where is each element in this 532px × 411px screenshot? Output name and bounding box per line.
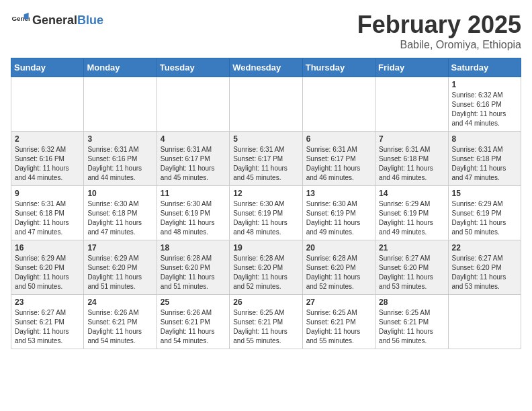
day-info: Sunrise: 6:32 AM Sunset: 6:16 PM Dayligh… [452,91,517,128]
day-number: 6 [306,134,371,144]
day-number: 10 [87,189,152,198]
calendar-cell: 7Sunrise: 6:31 AM Sunset: 6:18 PM Daylig… [375,132,448,186]
calendar-cell [11,77,84,132]
calendar-cell: 20Sunrise: 6:28 AM Sunset: 6:20 PM Dayli… [302,240,375,295]
calendar-cell: 17Sunrise: 6:29 AM Sunset: 6:20 PM Dayli… [84,240,157,295]
day-info: Sunrise: 6:29 AM Sunset: 6:20 PM Dayligh… [87,254,152,291]
calendar-cell: 21Sunrise: 6:27 AM Sunset: 6:20 PM Dayli… [375,240,448,295]
day-number: 4 [161,134,226,144]
calendar-week-row: 2Sunrise: 6:32 AM Sunset: 6:16 PM Daylig… [11,132,521,186]
day-number: 26 [233,298,298,307]
weekday-header-monday: Monday [84,58,157,77]
weekday-header-row: SundayMondayTuesdayWednesdayThursdayFrid… [11,58,521,77]
calendar-cell: 27Sunrise: 6:25 AM Sunset: 6:21 PM Dayli… [302,295,375,349]
calendar-cell [157,77,229,132]
weekday-header-friday: Friday [375,58,448,77]
day-info: Sunrise: 6:28 AM Sunset: 6:20 PM Dayligh… [233,254,298,291]
day-info: Sunrise: 6:25 AM Sunset: 6:21 PM Dayligh… [233,308,298,346]
calendar-cell: 2Sunrise: 6:32 AM Sunset: 6:16 PM Daylig… [11,132,84,186]
calendar-cell [375,77,448,132]
day-info: Sunrise: 6:31 AM Sunset: 6:18 PM Dayligh… [452,145,517,183]
day-number: 11 [161,189,226,198]
day-info: Sunrise: 6:27 AM Sunset: 6:20 PM Dayligh… [452,254,517,291]
calendar-cell: 16Sunrise: 6:29 AM Sunset: 6:20 PM Dayli… [11,240,84,295]
day-info: Sunrise: 6:29 AM Sunset: 6:20 PM Dayligh… [15,254,80,291]
calendar-table: SundayMondayTuesdayWednesdayThursdayFrid… [11,58,521,349]
calendar-week-row: 9Sunrise: 6:31 AM Sunset: 6:18 PM Daylig… [11,186,521,240]
page-header: General GeneralBlue February 2025 Babile… [11,11,521,51]
day-info: Sunrise: 6:27 AM Sunset: 6:20 PM Dayligh… [379,254,444,291]
day-info: Sunrise: 6:31 AM Sunset: 6:18 PM Dayligh… [379,145,444,183]
calendar-cell: 1Sunrise: 6:32 AM Sunset: 6:16 PM Daylig… [448,77,521,132]
day-info: Sunrise: 6:31 AM Sunset: 6:18 PM Dayligh… [15,199,80,237]
day-info: Sunrise: 6:30 AM Sunset: 6:18 PM Dayligh… [87,199,152,237]
day-info: Sunrise: 6:26 AM Sunset: 6:21 PM Dayligh… [87,308,152,346]
calendar-cell: 12Sunrise: 6:30 AM Sunset: 6:19 PM Dayli… [230,186,302,240]
calendar-cell: 19Sunrise: 6:28 AM Sunset: 6:20 PM Dayli… [230,240,302,295]
day-number: 8 [452,134,517,144]
calendar-cell [302,77,375,132]
day-info: Sunrise: 6:25 AM Sunset: 6:21 PM Dayligh… [379,308,444,346]
calendar-cell: 25Sunrise: 6:26 AM Sunset: 6:21 PM Dayli… [157,295,229,349]
calendar-cell: 26Sunrise: 6:25 AM Sunset: 6:21 PM Dayli… [230,295,302,349]
calendar-cell: 5Sunrise: 6:31 AM Sunset: 6:17 PM Daylig… [230,132,302,186]
day-number: 27 [306,298,371,307]
calendar-cell [230,77,302,132]
day-info: Sunrise: 6:26 AM Sunset: 6:21 PM Dayligh… [161,308,226,346]
day-number: 9 [15,189,80,198]
day-info: Sunrise: 6:30 AM Sunset: 6:19 PM Dayligh… [161,199,226,237]
logo: General GeneralBlue [11,11,103,30]
day-number: 28 [379,298,444,307]
calendar-week-row: 1Sunrise: 6:32 AM Sunset: 6:16 PM Daylig… [11,77,521,132]
day-number: 16 [15,243,80,253]
day-number: 13 [306,189,371,198]
calendar-cell: 14Sunrise: 6:29 AM Sunset: 6:19 PM Dayli… [375,186,448,240]
day-info: Sunrise: 6:29 AM Sunset: 6:19 PM Dayligh… [452,199,517,237]
day-number: 2 [15,134,80,144]
day-info: Sunrise: 6:30 AM Sunset: 6:19 PM Dayligh… [306,199,371,237]
calendar-cell [448,295,521,349]
day-number: 7 [379,134,444,144]
day-number: 21 [379,243,444,253]
day-number: 12 [233,189,298,198]
logo-general: General [32,13,77,28]
calendar-cell: 6Sunrise: 6:31 AM Sunset: 6:17 PM Daylig… [302,132,375,186]
day-number: 19 [233,243,298,253]
month-year-title: February 2025 [357,11,521,39]
calendar-cell: 18Sunrise: 6:28 AM Sunset: 6:20 PM Dayli… [157,240,229,295]
weekday-header-sunday: Sunday [11,58,84,77]
weekday-header-thursday: Thursday [302,58,375,77]
calendar-cell [84,77,157,132]
day-info: Sunrise: 6:25 AM Sunset: 6:21 PM Dayligh… [306,308,371,346]
day-number: 14 [379,189,444,198]
calendar-cell: 23Sunrise: 6:27 AM Sunset: 6:21 PM Dayli… [11,295,84,349]
day-number: 25 [161,298,226,307]
day-info: Sunrise: 6:28 AM Sunset: 6:20 PM Dayligh… [161,254,226,291]
day-number: 1 [452,80,517,89]
calendar-cell: 24Sunrise: 6:26 AM Sunset: 6:21 PM Dayli… [84,295,157,349]
day-number: 5 [233,134,298,144]
calendar-cell: 22Sunrise: 6:27 AM Sunset: 6:20 PM Dayli… [448,240,521,295]
day-number: 22 [452,243,517,253]
day-info: Sunrise: 6:28 AM Sunset: 6:20 PM Dayligh… [306,254,371,291]
calendar-cell: 8Sunrise: 6:31 AM Sunset: 6:18 PM Daylig… [448,132,521,186]
day-info: Sunrise: 6:31 AM Sunset: 6:16 PM Dayligh… [87,145,152,183]
day-number: 20 [306,243,371,253]
day-number: 18 [161,243,226,253]
calendar-week-row: 23Sunrise: 6:27 AM Sunset: 6:21 PM Dayli… [11,295,521,349]
calendar-cell: 15Sunrise: 6:29 AM Sunset: 6:19 PM Dayli… [448,186,521,240]
calendar-cell: 4Sunrise: 6:31 AM Sunset: 6:17 PM Daylig… [157,132,229,186]
day-number: 24 [87,298,152,307]
calendar-cell: 28Sunrise: 6:25 AM Sunset: 6:21 PM Dayli… [375,295,448,349]
weekday-header-saturday: Saturday [448,58,521,77]
day-info: Sunrise: 6:27 AM Sunset: 6:21 PM Dayligh… [15,308,80,346]
day-number: 17 [87,243,152,253]
day-info: Sunrise: 6:29 AM Sunset: 6:19 PM Dayligh… [379,199,444,237]
day-info: Sunrise: 6:30 AM Sunset: 6:19 PM Dayligh… [233,199,298,237]
logo-blue: Blue [77,13,103,28]
calendar-week-row: 16Sunrise: 6:29 AM Sunset: 6:20 PM Dayli… [11,240,521,295]
day-number: 23 [15,298,80,307]
day-info: Sunrise: 6:32 AM Sunset: 6:16 PM Dayligh… [15,145,80,183]
day-info: Sunrise: 6:31 AM Sunset: 6:17 PM Dayligh… [233,145,298,183]
day-info: Sunrise: 6:31 AM Sunset: 6:17 PM Dayligh… [306,145,371,183]
